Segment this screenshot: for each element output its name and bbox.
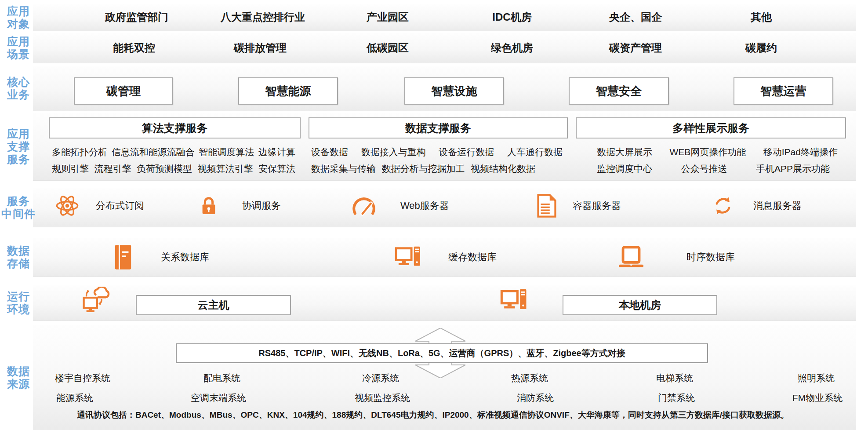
support-header-data: 数据支撑服务: [309, 117, 568, 138]
row-label-application-objects: 应用对象: [0, 4, 37, 31]
row-label-support-services: 应用支撑服务: [0, 113, 37, 180]
middleware-item: 容器服务器: [537, 192, 621, 220]
algorithm-items-row1: 多能拓扑分析 信息流和能源流融合 智能调度算法 边缘计算: [52, 146, 295, 158]
middleware-label: Web服务器: [400, 199, 449, 212]
source-system: 配电系统: [174, 372, 270, 384]
desktop-icon: [500, 288, 527, 312]
source-system: FM物业系统: [769, 392, 866, 404]
application-object: 政府监管部门: [66, 6, 207, 28]
application-scenario: 碳排放管理: [190, 37, 330, 59]
cloud-computer-icon: [82, 287, 112, 315]
middleware-item: 消息服务器: [712, 192, 802, 220]
source-system: 电梯系统: [626, 372, 723, 384]
source-system: 照明系统: [768, 372, 864, 384]
core-business-box: 智慧运营: [734, 77, 833, 105]
storage-label: 缓存数据库: [448, 251, 497, 264]
atom-icon: [55, 194, 79, 218]
middleware-label: 分布式订阅: [96, 199, 144, 212]
sync-icon: [712, 195, 734, 217]
core-business-box: 智慧设施: [404, 77, 504, 105]
source-system: 消防系统: [487, 392, 584, 404]
core-business-box: 智慧安全: [569, 77, 669, 105]
source-system: 能源系统: [26, 392, 123, 404]
row-label-middleware: 服务中间件: [0, 188, 37, 227]
application-scenario: 碳资产管理: [565, 37, 706, 59]
desktop-icon: [395, 246, 421, 269]
row-label-data-sources: 数据来源: [0, 325, 37, 430]
application-scenario: 绿色机房: [442, 37, 582, 59]
middleware-label: 消息服务器: [753, 199, 802, 212]
application-object: 央企、国企: [565, 6, 706, 28]
application-object: 其他: [691, 6, 832, 28]
core-business-box: 智慧能源: [238, 77, 338, 105]
row-label-core-business: 核心业务: [0, 66, 37, 111]
display-items-row2: 监控调度中心 公众号推送 手机APP展示功能: [597, 163, 830, 175]
runtime-box-cloud: 云主机: [136, 295, 291, 315]
display-items-row1: 数据大屏展示 WEB网页操作功能 移动IPad终端操作: [597, 146, 838, 158]
middleware-item: 分布式订阅: [55, 192, 144, 220]
algorithm-items-row2: 规则引擎 流程引擎 负荷预测模型 视频算法引擎 安保算法: [52, 163, 295, 175]
source-system: 热源系统: [481, 372, 578, 384]
source-system: 楼宇自控系统: [34, 372, 131, 384]
application-scenario: 碳履约: [691, 37, 832, 59]
source-system: 空调末端系统: [170, 392, 267, 404]
storage-item: 时序数据库: [617, 242, 735, 272]
support-header-algorithm: 算法支撑服务: [49, 117, 301, 138]
storage-label: 时序数据库: [686, 251, 735, 264]
protocol-note: 通讯协议包括：BACet、Modbus、MBus、OPC、KNX、104规约、1…: [33, 409, 833, 421]
middleware-label: 容器服务器: [573, 199, 621, 212]
lock-icon: [199, 194, 219, 217]
laptop-icon: [617, 246, 645, 269]
source-system: 冷源系统: [332, 372, 429, 384]
application-object: 八大重点控排行业: [192, 6, 333, 28]
data-items-row1: 设备数据 数据接入与重构 设备运行数据 人车通行数据: [311, 146, 563, 158]
middleware-item: Web服务器: [352, 192, 449, 220]
core-business-box: 碳管理: [74, 77, 173, 105]
runtime-box-local: 本地机房: [563, 295, 717, 315]
middleware-item: 协调服务: [199, 192, 281, 220]
row-label-runtime: 运行环境: [0, 285, 37, 321]
storage-item: 关系数据库: [113, 242, 209, 272]
connect-bar: RS485、TCP/IP、WIFI、无线NB、LoRa、5G、运营商（GPRS）…: [176, 343, 708, 363]
storage-label: 关系数据库: [161, 251, 209, 264]
support-header-display: 多样性展示服务: [576, 117, 846, 138]
application-object: IDC机房: [442, 6, 582, 28]
document-icon: [537, 193, 556, 218]
row-label-data-storage: 数据存储: [0, 238, 37, 277]
book-icon: [113, 244, 133, 270]
architecture-diagram: 应用对象 应用场景 核心业务 应用支撑服务 服务中间件 数据存储 运行环境 数据…: [0, 0, 868, 430]
application-scenario: 低碳园区: [317, 37, 458, 59]
gauge-icon: [352, 196, 376, 216]
storage-item: 缓存数据库: [395, 242, 497, 272]
row-label-application-scenarios: 应用场景: [0, 33, 37, 63]
application-object: 产业园区: [317, 6, 458, 28]
middleware-label: 协调服务: [242, 199, 281, 212]
source-system: 视频监控系统: [334, 392, 431, 404]
application-scenario: 能耗双控: [64, 37, 204, 59]
data-items-row2: 数据采集与传输 数据分析与挖掘加工 视频结构化数据: [311, 163, 535, 175]
source-system: 门禁系统: [628, 392, 725, 404]
